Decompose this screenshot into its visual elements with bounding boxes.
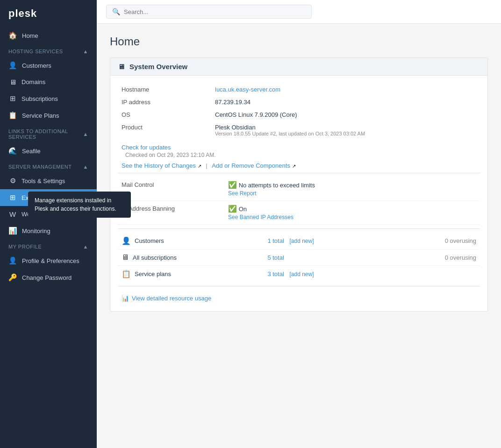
- server-section-label: Server Management: [8, 164, 72, 170]
- tools-icon: ⚙: [8, 177, 17, 185]
- mail-control-row: Mail Control ✅ No attempts to exceed lim…: [118, 177, 480, 201]
- chevron-up-icon: ▲: [83, 49, 88, 54]
- sidebar-section-links[interactable]: Links to Additional Services ▲: [0, 124, 97, 142]
- seafile-label: Seafile: [22, 148, 41, 155]
- myprofile-section-label: My Profile: [8, 244, 42, 249]
- myprofile-chevron-icon: ▲: [83, 244, 88, 249]
- service-plans-overusing: [389, 266, 480, 283]
- hostname-value[interactable]: luca.uk.easy-server.com: [215, 86, 280, 93]
- resource-usage-label: View detailed resource usage: [132, 295, 211, 302]
- subscriptions-label: Subscriptions: [21, 95, 58, 102]
- subscriptions-stat-name: All subscriptions: [133, 254, 177, 261]
- service-plans-stat-row: 📋 Service plans 3 total [add new]: [118, 266, 480, 283]
- sidebar-section-server[interactable]: Server Management ▲: [0, 159, 97, 172]
- profile-label: Profile & Preferences: [22, 257, 79, 264]
- subscriptions-total-link[interactable]: 5 total: [267, 254, 284, 261]
- chart-icon: 📊: [122, 295, 129, 302]
- domains-label: Domains: [21, 78, 45, 85]
- content-area: Home 🖥 System Overview Hostname luca.uk.…: [97, 24, 501, 448]
- product-row: Product Plesk Obsidian Version 18.0.55 U…: [118, 121, 480, 139]
- system-info-table: Hostname luca.uk.easy-server.com IP addr…: [118, 83, 480, 139]
- product-cell: Plesk Obsidian Version 18.0.55 Update #2…: [211, 121, 480, 139]
- ip-row: IP address 87.239.19.34: [118, 96, 480, 108]
- home-icon: 🏠: [8, 31, 17, 40]
- sidebar-item-profile-preferences[interactable]: 👤 Profile & Preferences: [0, 252, 97, 269]
- history-link[interactable]: See the History of Changes: [122, 162, 196, 169]
- subscriptions-stat-row: 🖥 All subscriptions 5 total 0 overusing: [118, 249, 480, 266]
- sidebar: plesk 🏠 Home Hosting Services ▲ 👤 Custom…: [0, 0, 97, 448]
- add-remove-link[interactable]: Add or Remove Components: [212, 162, 290, 169]
- customers-stat-label: 👤 Customers: [122, 236, 260, 245]
- password-label: Change Password: [22, 274, 72, 281]
- checked-date: Checked on Oct 29, 2023 12:10 AM.: [125, 152, 480, 158]
- resource-usage-link[interactable]: 📊 View detailed resource usage: [122, 295, 476, 302]
- hostname-row: Hostname luca.uk.easy-server.com: [118, 83, 480, 96]
- sidebar-item-customers[interactable]: 👤 Customers: [0, 57, 97, 74]
- sidebar-item-domains[interactable]: 🖥 Domains: [0, 74, 97, 90]
- password-icon: 🔑: [8, 273, 17, 282]
- sidebar-item-subscriptions[interactable]: ⊞ Subscriptions: [0, 90, 97, 107]
- subscriptions-icon: ⊞: [8, 94, 17, 103]
- sidebar-section-hosting[interactable]: Hosting Services ▲: [0, 44, 97, 57]
- service-plans-stat-label: 📋 Service plans: [122, 270, 260, 278]
- customers-stat-row: 👤 Customers 1 total [add new] 0 overusin…: [118, 233, 480, 249]
- stats-table: 👤 Customers 1 total [add new] 0 overusin…: [118, 233, 480, 282]
- search-input[interactable]: [124, 8, 306, 15]
- search-container[interactable]: 🔍: [106, 5, 312, 19]
- customers-icon: 👤: [8, 61, 17, 70]
- seafile-icon: 🌊: [8, 147, 17, 155]
- sidebar-item-monitoring[interactable]: 📊 Monitoring: [0, 222, 97, 239]
- hosting-section-label: Hosting Services: [8, 49, 63, 54]
- search-icon: 🔍: [112, 8, 120, 15]
- topbar: 🔍: [97, 0, 501, 24]
- system-overview-title: System Overview: [129, 63, 187, 71]
- extensions-tooltip: Manage extensions installed in Plesk and…: [28, 192, 131, 218]
- logo: plesk: [0, 0, 97, 27]
- service-plans-total-link[interactable]: 3 total: [267, 270, 284, 277]
- sidebar-item-seafile[interactable]: 🌊 Seafile: [0, 142, 97, 159]
- service-plans-add-new-link[interactable]: [add new]: [289, 271, 314, 277]
- page-title: Home: [110, 35, 488, 48]
- ext-icon-history: ↗: [198, 164, 201, 169]
- sidebar-item-tools-settings[interactable]: ⚙ Tools & Settings: [0, 172, 97, 189]
- check-updates-section: Check for updates Checked on Oct 29, 202…: [122, 144, 480, 158]
- tools-label: Tools & Settings: [21, 178, 65, 185]
- see-banned-link[interactable]: See Banned IP Addresses: [228, 214, 476, 220]
- service-plans-stat-name: Service plans: [135, 270, 171, 277]
- customers-stat-name: Customers: [135, 237, 164, 244]
- links-chevron-icon: ▲: [83, 131, 88, 137]
- subscriptions-stat-label: 🖥 All subscriptions: [122, 253, 260, 262]
- system-overview-body: Hostname luca.uk.easy-server.com IP addr…: [110, 76, 487, 311]
- customers-total-link[interactable]: 1 total: [267, 237, 284, 244]
- mail-control-value: ✅ No attempts to exceed limits See Repor…: [228, 181, 476, 197]
- divider-3: [118, 286, 480, 286]
- sidebar-section-myprofile[interactable]: My Profile ▲: [0, 239, 97, 252]
- divider-1: [118, 173, 480, 173]
- ip-value: 87.239.19.34: [211, 96, 480, 108]
- system-overview-header: 🖥 System Overview: [110, 58, 487, 76]
- history-links: See the History of Changes ↗ | Add or Re…: [122, 162, 480, 169]
- os-label: OS: [118, 108, 211, 121]
- ip-banning-status: On: [239, 206, 247, 213]
- customers-label: Customers: [22, 62, 51, 69]
- profile-icon: 👤: [8, 256, 17, 265]
- monitoring-icon: 📊: [8, 227, 17, 235]
- service-plans-label: Service Plans: [22, 112, 59, 119]
- extensions-icon: ⊞: [8, 193, 17, 202]
- monitor-icon: 🖥: [118, 63, 125, 71]
- pipe-separator: |: [206, 162, 209, 169]
- sidebar-item-change-password[interactable]: 🔑 Change Password: [0, 269, 97, 286]
- customers-add-new-link[interactable]: [add new]: [289, 238, 314, 244]
- product-name: Plesk Obsidian: [215, 124, 476, 131]
- sidebar-item-service-plans[interactable]: 📋 Service Plans: [0, 107, 97, 124]
- ip-banning-value: ✅ On See Banned IP Addresses: [228, 205, 476, 220]
- ip-label: IP address: [118, 96, 211, 108]
- ip-banning-label: IP Address Banning: [122, 205, 224, 212]
- system-overview-card: 🖥 System Overview Hostname luca.uk.easy-…: [110, 57, 488, 312]
- sidebar-item-home[interactable]: 🏠 Home: [0, 27, 97, 44]
- check-updates-link[interactable]: Check for updates: [122, 144, 171, 151]
- monitoring-label: Monitoring: [22, 228, 50, 235]
- customers-stat-icon: 👤: [122, 236, 131, 245]
- hostname-label: Hostname: [118, 83, 211, 96]
- see-report-link[interactable]: See Report: [228, 190, 476, 197]
